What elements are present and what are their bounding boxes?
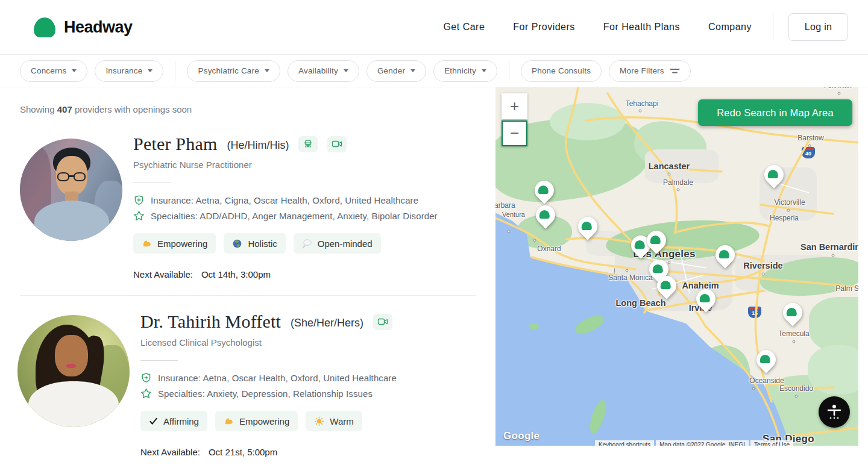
headway-pin-icon [768, 170, 778, 178]
terms-of-use-link[interactable]: Terms of Use [750, 440, 793, 446]
muscle-icon [142, 239, 152, 249]
headway-logo-icon [34, 17, 55, 37]
avatar-art [34, 201, 109, 241]
map-panel[interactable]: TehachapiBarstowLancasterPalmdaleVictorv… [495, 87, 858, 446]
avatar-art [55, 335, 88, 376]
map-city-label-oceanside: Oceanside [749, 376, 784, 385]
map-city-dot [752, 387, 755, 390]
map-city-dot [668, 173, 671, 176]
login-button[interactable]: Log in [788, 13, 848, 41]
brand-name: Headway [64, 18, 133, 37]
map-city-label-escondido: Escondido [779, 384, 813, 393]
filter-gender[interactable]: Gender [366, 60, 426, 82]
nav-item-company[interactable]: Company [708, 22, 752, 33]
filter-more-filters[interactable]: More Filters [609, 60, 691, 82]
filter-label: Insurance [105, 66, 142, 75]
provider-pronouns: (He/Him/His) [227, 139, 289, 152]
next-available-value: Oct 21st, 5:00pm [209, 447, 277, 457]
headway-pin-icon [661, 281, 671, 289]
trait-label: Affirming [163, 416, 199, 426]
avatar-art [74, 172, 86, 181]
chevron-down-icon [148, 69, 153, 72]
video-session-icon [327, 136, 347, 152]
provider-card[interactable]: Peter Pham(He/Him/His)Psychiatric Nurse … [20, 134, 495, 279]
filter-phone-consults[interactable]: Phone Consults [521, 60, 602, 82]
map-city-label-anaheim: Anaheim [682, 281, 719, 290]
headway-pin-icon [787, 308, 797, 316]
headway-logo[interactable]: Headway [34, 17, 133, 37]
trait-badges: AffirmingEmpoweringWarm [140, 411, 397, 431]
map-city-label-ventura: Ventura [502, 211, 525, 218]
trait-badge-open-minded: Open-minded [294, 233, 381, 254]
accessibility-button[interactable] [819, 396, 850, 428]
shield-plus-icon [133, 195, 145, 206]
filter-availability[interactable]: Availability [288, 60, 359, 82]
redo-search-button[interactable]: Redo Search in Map Area [698, 99, 852, 126]
provider-card-body: Dr. Tahirih Moffett(She/Her/Hers)License… [140, 311, 397, 457]
provider-name[interactable]: Peter Pham [133, 134, 217, 154]
headway-pin-icon [653, 264, 663, 273]
top-nav-bar: Headway Get CareFor ProvidersFor Health … [0, 0, 868, 55]
trait-badge-empowering: Empowering [133, 233, 216, 254]
provider-photo[interactable] [17, 315, 130, 427]
trait-badge-empowering: Empowering [215, 411, 298, 431]
provider-list: Peter Pham(He/Him/His)Psychiatric Nurse … [20, 134, 495, 468]
filter-concerns[interactable]: Concerns [20, 60, 87, 82]
map-city-dot [762, 273, 765, 276]
provider-card[interactable]: Dr. Tahirih Moffett(She/Her/Hers)License… [20, 311, 495, 457]
map-zoom-out-button[interactable]: − [502, 120, 527, 146]
map-city-label-santa-monica: Santa Monica [608, 273, 652, 282]
filter-label: Gender [377, 66, 405, 75]
avatar-art [69, 175, 74, 177]
nav-item-get-care[interactable]: Get Care [443, 22, 485, 33]
headway-pin-icon [538, 186, 549, 194]
avatar-art [66, 364, 76, 368]
map-zoom-in-button[interactable]: + [502, 93, 527, 119]
attribution-item: Map data ©2022 Google, INEGI [656, 440, 749, 446]
map-city-dot [639, 110, 642, 113]
map-attribution: Keyboard shortcutsMap data ©2022 Google,… [595, 440, 793, 446]
filter-psychiatric-care[interactable]: Psychiatric Care [187, 60, 280, 82]
avatar-art [57, 172, 69, 181]
nav-item-for-providers[interactable]: For Providers [513, 22, 575, 33]
globe-icon [232, 239, 242, 249]
provider-title: Psychiatric Nurse Practitioner [133, 160, 438, 170]
google-logo: Google [503, 430, 539, 442]
filter-insurance[interactable]: Insurance [95, 60, 163, 82]
trait-label: Empowering [157, 239, 207, 249]
next-available: Next Available:Oct 14th, 3:00pm [133, 269, 438, 279]
chevron-down-icon [72, 69, 77, 72]
map-city-label-santa-barbara: Santa Barbara [495, 201, 515, 210]
shield-plus-icon [140, 372, 152, 384]
star-icon [140, 388, 152, 399]
filter-label: Phone Consults [532, 66, 591, 75]
map-city-dot [808, 145, 811, 148]
attribution-item: Keyboard shortcuts [595, 440, 654, 446]
trait-label: Warm [330, 416, 353, 426]
chevron-down-icon [482, 69, 486, 72]
provider-name[interactable]: Dr. Tahirih Moffett [140, 311, 281, 332]
map-city-label-long-beach: Long Beach [616, 298, 666, 308]
headway-pin-icon [719, 250, 729, 258]
provider-pronouns: (She/Her/Hers) [291, 317, 363, 329]
sun-icon [314, 416, 324, 426]
map-city-dot [787, 209, 790, 212]
provider-card-body: Peter Pham(He/Him/His)Psychiatric Nurse … [133, 134, 438, 279]
chevron-down-icon [410, 69, 415, 72]
filter-lines-icon [670, 67, 680, 75]
specialties-text: Specialties: Anxiety, Depression, Relati… [158, 388, 373, 399]
map-city-dot [668, 261, 671, 264]
filter-bar: ConcernsInsurancePsychiatric CareAvailab… [0, 55, 868, 87]
card-mini-divider [133, 183, 171, 183]
results-count-number: 407 [57, 104, 72, 114]
map-city-label-palm-springs: Palm Springs [835, 284, 858, 293]
provider-photo[interactable] [20, 139, 122, 241]
nav-item-for-health-plans[interactable]: For Health Plans [603, 22, 680, 33]
insurance-line: Insurance: Aetna, Oscar Health, Oxford, … [140, 372, 397, 384]
map-city-dot [508, 230, 511, 233]
results-panel: Showing 407 providers with openings soon… [0, 87, 495, 468]
nav-divider [773, 13, 773, 41]
trait-badges: EmpoweringHolisticOpen-minded [133, 233, 438, 254]
map-city-label-hesperia: Hesperia [770, 214, 799, 222]
filter-ethnicity[interactable]: Ethnicity [433, 60, 497, 82]
